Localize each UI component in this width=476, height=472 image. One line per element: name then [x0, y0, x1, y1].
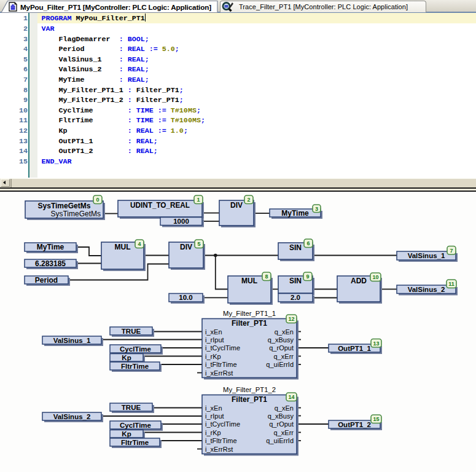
svg-text:1000: 1000 — [173, 218, 189, 225]
svg-text:SIN: SIN — [289, 277, 302, 285]
svg-text:i_xErrRst: i_xErrRst — [205, 446, 233, 453]
svg-text:DIV: DIV — [230, 201, 243, 210]
svg-text:ADD: ADD — [351, 277, 367, 285]
svg-text:TRUE: TRUE — [122, 328, 141, 335]
svg-text:7: 7 — [450, 248, 453, 254]
svg-text:MyTime: MyTime — [281, 209, 309, 218]
svg-text:i_xEn: i_xEn — [205, 328, 222, 336]
svg-text:10.0: 10.0 — [179, 294, 192, 301]
svg-text:i_tCyclTime: i_tCyclTime — [205, 420, 240, 428]
svg-text:i_xEn: i_xEn — [205, 404, 222, 412]
svg-text:Filter_PT1: Filter_PT1 — [232, 319, 267, 328]
svg-text:i_tFltrTime: i_tFltrTime — [205, 437, 237, 444]
svg-text:q_rOput: q_rOput — [269, 420, 294, 428]
svg-text:9: 9 — [306, 273, 309, 280]
svg-text:i_xErrRst: i_xErrRst — [205, 369, 233, 377]
svg-text:2: 2 — [247, 197, 250, 203]
svg-text:OutPT1_2: OutPT1_2 — [338, 421, 371, 428]
svg-text:My_Filter_PT1_1: My_Filter_PT1_1 — [223, 310, 276, 317]
svg-text:8: 8 — [265, 273, 268, 280]
svg-text:i_rKp: i_rKp — [205, 353, 221, 360]
svg-text:Period: Period — [35, 276, 58, 285]
svg-text:DIV: DIV — [180, 243, 192, 251]
svg-text:ValSinus_1: ValSinus_1 — [408, 252, 445, 259]
svg-text:My_Filter_PT1_2: My_Filter_PT1_2 — [223, 386, 276, 393]
svg-text:q_rOput: q_rOput — [269, 344, 294, 352]
svg-text:SysTimeGetMs: SysTimeGetMs — [50, 210, 101, 218]
svg-text:ValSinus_2: ValSinus_2 — [408, 286, 445, 293]
svg-text:SIN: SIN — [289, 243, 302, 252]
svg-text:CyclTime: CyclTime — [120, 345, 151, 353]
svg-text:i_tFltrTime: i_tFltrTime — [205, 361, 237, 368]
svg-text:Filter_PT1: Filter_PT1 — [232, 395, 267, 404]
svg-text:5: 5 — [197, 241, 200, 247]
svg-text:MyTime: MyTime — [37, 243, 64, 251]
svg-text:UDINT_TO_REAL: UDINT_TO_REAL — [130, 201, 190, 210]
svg-text:13: 13 — [373, 340, 379, 347]
svg-text:i_rIput: i_rIput — [205, 336, 224, 344]
svg-text:i_rIput: i_rIput — [205, 412, 224, 420]
svg-text:i_rKp: i_rKp — [205, 429, 221, 436]
svg-text:q_xErr: q_xErr — [274, 353, 294, 360]
svg-text:i_tCyclTime: i_tCyclTime — [205, 344, 240, 352]
svg-text:ValSinus_2: ValSinus_2 — [53, 413, 91, 420]
svg-text:6.283185: 6.283185 — [35, 259, 66, 268]
svg-text:FltrTime: FltrTime — [121, 439, 149, 446]
svg-text:10: 10 — [372, 274, 378, 280]
svg-text:q_xEn: q_xEn — [275, 404, 294, 412]
svg-text:ValSinus_1: ValSinus_1 — [53, 337, 91, 344]
svg-text:1: 1 — [197, 197, 200, 203]
svg-text:12: 12 — [288, 316, 294, 322]
svg-text:SysTimeGetMs: SysTimeGetMs — [38, 202, 91, 210]
svg-text:MUL: MUL — [241, 277, 257, 285]
svg-text:14: 14 — [288, 394, 294, 400]
svg-text:11: 11 — [448, 281, 455, 287]
svg-text:0: 0 — [96, 197, 99, 203]
svg-text:q_xErr: q_xErr — [274, 429, 294, 436]
svg-text:FltrTime: FltrTime — [121, 363, 149, 370]
svg-text:Kp: Kp — [122, 430, 131, 438]
svg-text:q_xBusy: q_xBusy — [268, 412, 294, 420]
svg-text:2.0: 2.0 — [291, 294, 300, 301]
svg-text:q_xEn: q_xEn — [275, 328, 294, 336]
svg-text:CyclTime: CyclTime — [120, 422, 151, 429]
svg-text:4: 4 — [138, 241, 141, 247]
svg-text:q_xBusy: q_xBusy — [268, 336, 294, 344]
svg-text:OutPT1_1: OutPT1_1 — [338, 345, 371, 352]
svg-text:6: 6 — [306, 240, 310, 246]
svg-text:q_uiErrId: q_uiErrId — [266, 361, 294, 368]
svg-text:15: 15 — [373, 416, 379, 422]
svg-text:3: 3 — [315, 206, 318, 212]
svg-text:MUL: MUL — [115, 243, 131, 251]
svg-text:TRUE: TRUE — [122, 404, 141, 411]
svg-text:Kp: Kp — [122, 354, 131, 361]
svg-text:q_uiErrId: q_uiErrId — [266, 437, 294, 444]
